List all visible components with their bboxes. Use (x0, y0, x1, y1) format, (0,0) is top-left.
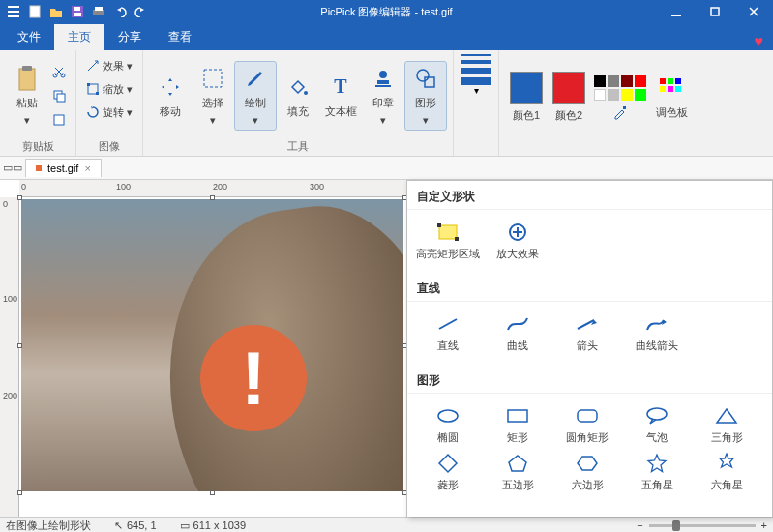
svg-rect-42 (508, 410, 527, 422)
shape-curve[interactable]: 曲线 (483, 310, 552, 357)
svg-point-22 (304, 91, 308, 95)
group-colors: 颜色1 颜色2 调色板 (499, 50, 699, 156)
svg-rect-29 (660, 78, 666, 84)
zoom-control: − + (637, 519, 767, 531)
shape-line[interactable]: 直线 (413, 310, 483, 357)
group-line: ▾ (454, 50, 499, 156)
svg-rect-34 (675, 86, 681, 92)
shape-curve-arrow[interactable]: 曲线箭头 (622, 310, 692, 357)
copy-button[interactable] (48, 84, 70, 107)
canvas[interactable] (21, 199, 403, 491)
svg-rect-20 (96, 92, 99, 95)
undo-icon[interactable] (110, 2, 130, 21)
shape-star6[interactable]: 六角星 (692, 449, 761, 496)
color2-button[interactable]: 颜色2 (548, 63, 590, 133)
close-button[interactable] (734, 0, 773, 23)
svg-rect-9 (671, 15, 681, 16)
tab-view[interactable]: 查看 (155, 24, 205, 50)
chevron-down-icon: ▾ (474, 85, 479, 96)
stamp-tool[interactable]: 印章▾ (362, 61, 404, 131)
shape-tool[interactable]: 图形▾ (404, 61, 447, 131)
ruler-vertical: 0 100 200 (0, 197, 19, 517)
color1-button[interactable]: 颜色1 (505, 63, 548, 133)
exclamation-stamp (200, 325, 307, 431)
copy-all-button[interactable] (48, 108, 70, 132)
shape-popup: 自定义形状 高亮矩形区域 放大效果 直线 直线 曲线 箭头 曲线箭头 图形 椭圆… (406, 180, 773, 517)
svg-rect-33 (668, 86, 673, 92)
shape-magnify[interactable]: 放大效果 (483, 218, 552, 265)
svg-rect-30 (668, 78, 673, 84)
svg-rect-3 (30, 6, 40, 17)
status-hint: 在图像上绘制形状 (6, 518, 91, 533)
svg-rect-31 (675, 78, 681, 84)
tab-home[interactable]: 主页 (54, 24, 104, 50)
svg-point-44 (647, 408, 667, 420)
cut-button[interactable] (48, 60, 70, 83)
new-icon[interactable] (25, 2, 45, 21)
draw-tool[interactable]: 绘制▾ (234, 61, 277, 131)
open-icon[interactable] (46, 2, 66, 21)
group-image: 效果 ▾ 缩放 ▾ 旋转 ▾ 图像 (76, 50, 143, 156)
svg-rect-36 (437, 223, 441, 227)
minimize-button[interactable] (657, 0, 696, 23)
svg-rect-16 (57, 94, 65, 102)
shape-round-rect[interactable]: 圆角矩形 (552, 401, 622, 449)
workspace: 0 100 200 300 0 100 200 自定义形状 高亮矩形区域 放大效… (0, 180, 773, 517)
shape-diamond[interactable]: 菱形 (413, 449, 483, 496)
svg-rect-8 (95, 7, 103, 11)
eyedropper-icon[interactable] (612, 104, 628, 120)
color-swatches[interactable] (594, 75, 646, 101)
zoom-in-button[interactable]: + (761, 519, 767, 531)
group-label-tools: 工具 (287, 137, 309, 154)
rotate-button[interactable]: 旋转 ▾ (82, 101, 136, 124)
svg-rect-6 (74, 7, 80, 11)
shape-triangle[interactable]: 三角形 (692, 401, 761, 449)
section-shapes: 图形 (407, 365, 772, 394)
shape-arrow[interactable]: 箭头 (552, 310, 622, 357)
titlebar: PicPick 图像编辑器 - test.gif (0, 0, 773, 23)
resize-button[interactable]: 缩放 ▾ (82, 77, 136, 101)
tab-share[interactable]: 分享 (104, 24, 155, 50)
redo-icon[interactable] (132, 2, 151, 21)
palette-button[interactable]: 调色板 (650, 63, 693, 133)
svg-rect-27 (425, 77, 434, 87)
maximize-button[interactable] (696, 0, 734, 23)
select-tool[interactable]: 选择▾ (192, 61, 234, 131)
zoom-slider[interactable] (649, 524, 756, 527)
close-tab-icon[interactable]: × (84, 163, 90, 174)
heart-icon[interactable]: ♥ (755, 33, 774, 50)
tab-file[interactable]: 文件 (4, 24, 54, 50)
text-tool[interactable]: T文本框 (319, 61, 362, 131)
svg-rect-28 (623, 106, 626, 109)
shape-star5[interactable]: 五角星 (622, 449, 692, 496)
ribbon-tabs: 文件 主页 分享 查看 ♥ (0, 23, 773, 50)
qat-menu-icon[interactable] (4, 2, 23, 21)
shape-pentagon[interactable]: 五边形 (483, 449, 552, 496)
svg-rect-17 (54, 115, 64, 125)
document-tab[interactable]: test.gif × (25, 159, 102, 177)
shape-bubble[interactable]: 气泡 (622, 401, 692, 449)
group-tools: 移动 选择▾ 绘制▾ 填充 T文本框 印章▾ 图形▾ 工具 (143, 50, 454, 156)
shape-rect[interactable]: 矩形 (483, 401, 552, 449)
image-size: 611 x 1039 (193, 519, 246, 531)
shape-ellipse[interactable]: 椭圆 (413, 401, 483, 449)
group-clipboard: 粘贴 ▾ 剪贴板 (0, 50, 76, 156)
group-label-image: 图像 (99, 137, 120, 154)
line-weight-button[interactable] (460, 54, 492, 85)
print-icon[interactable] (89, 2, 108, 21)
group-label-clipboard: 剪贴板 (22, 137, 54, 154)
effects-button[interactable]: 效果 ▾ (82, 54, 136, 77)
save-icon[interactable] (68, 2, 87, 21)
paste-button[interactable]: 粘贴 ▾ (6, 61, 48, 131)
svg-rect-43 (578, 410, 597, 422)
shape-hexagon[interactable]: 六边形 (552, 449, 622, 496)
svg-line-39 (439, 319, 457, 329)
svg-rect-25 (375, 85, 391, 87)
section-lines: 直线 (407, 273, 772, 302)
zoom-out-button[interactable]: − (637, 519, 642, 531)
fill-tool[interactable]: 填充 (277, 61, 319, 131)
svg-rect-21 (204, 70, 222, 87)
thumbnail-toggle[interactable]: ▭▭ (0, 162, 25, 174)
shape-highlight-rect[interactable]: 高亮矩形区域 (413, 218, 483, 265)
move-tool[interactable]: 移动 (149, 61, 192, 131)
